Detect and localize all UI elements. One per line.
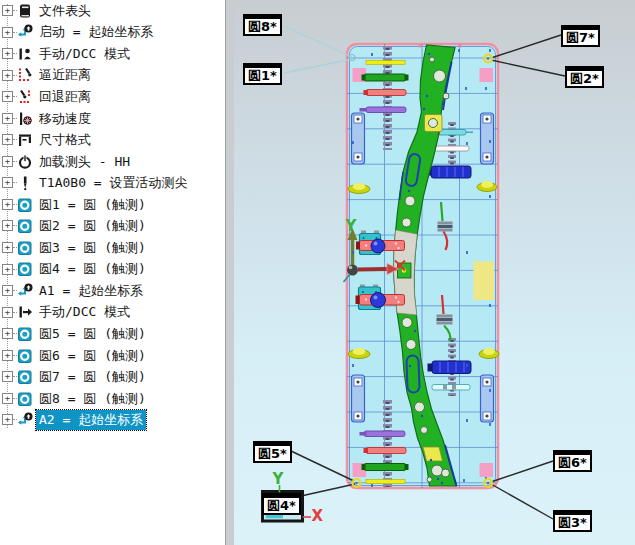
tree-item-label: 圆7 = 圆 (触测) bbox=[36, 367, 149, 387]
tree-item-11[interactable]: +圆2 = 圆 (触测) bbox=[0, 215, 225, 237]
tree-item-label: 手动/DCC 模式 bbox=[36, 302, 133, 322]
tree-connector bbox=[13, 333, 17, 334]
tree-item-6[interactable]: +移动速度 bbox=[0, 108, 225, 130]
feature-label-8[interactable]: 圆3* bbox=[553, 510, 592, 532]
expand-toggle-icon[interactable]: + bbox=[2, 113, 13, 124]
tree-item-label: 圆5 = 圆 (触测) bbox=[36, 324, 149, 344]
expand-toggle-icon[interactable]: + bbox=[2, 70, 13, 81]
expand-toggle-icon[interactable]: + bbox=[2, 199, 13, 210]
program-tree: +文件表头+启动 = 起始坐标系+手动/DCC 模式+逼近距离+回退距离+移动速… bbox=[0, 0, 225, 431]
tree-connector bbox=[13, 312, 17, 313]
tree-item-label: 圆6 = 圆 (触测) bbox=[36, 346, 149, 366]
probe-load-icon bbox=[17, 154, 33, 170]
expand-toggle-icon[interactable]: + bbox=[2, 27, 13, 38]
manual-mode-2-icon bbox=[17, 304, 33, 320]
expand-toggle-icon[interactable]: + bbox=[2, 285, 13, 296]
tree-connector bbox=[13, 161, 17, 162]
tree-item-10[interactable]: +圆1 = 圆 (触测) bbox=[0, 194, 225, 216]
tree-item-12[interactable]: +圆3 = 圆 (触测) bbox=[0, 237, 225, 259]
tree-item-label: 圆4 = 圆 (触测) bbox=[36, 259, 149, 279]
tree-item-label: T1A0B0 = 设置活动测尖 bbox=[36, 173, 190, 193]
manual-mode-icon bbox=[17, 46, 33, 62]
panel-splitter[interactable] bbox=[225, 0, 234, 545]
tree-item-15[interactable]: +手动/DCC 模式 bbox=[0, 302, 225, 324]
tree-item-label: 启动 = 起始坐标系 bbox=[36, 22, 156, 42]
tree-item-label: 圆2 = 圆 (触测) bbox=[36, 216, 149, 236]
tree-connector bbox=[13, 398, 17, 399]
expand-toggle-icon[interactable]: + bbox=[2, 134, 13, 145]
alignment-icon bbox=[17, 412, 33, 428]
yellow-zone bbox=[474, 262, 495, 301]
circle-feature-icon bbox=[17, 197, 33, 213]
expand-toggle-icon[interactable]: + bbox=[2, 220, 13, 231]
tree-item-17[interactable]: +圆6 = 圆 (触测) bbox=[0, 345, 225, 367]
alignment-icon bbox=[17, 283, 33, 299]
approach-distance-icon bbox=[17, 67, 33, 83]
tree-item-label: 圆8 = 圆 (触测) bbox=[36, 389, 149, 409]
expand-toggle-icon[interactable]: + bbox=[2, 156, 13, 167]
feature-label-7[interactable]: 圆6* bbox=[553, 450, 592, 472]
circle-feature-icon bbox=[17, 369, 33, 385]
tree-item-2[interactable]: +启动 = 起始坐标系 bbox=[0, 22, 225, 44]
expand-toggle-icon[interactable]: + bbox=[2, 350, 13, 361]
tree-connector bbox=[13, 419, 17, 420]
tree-connector bbox=[13, 269, 17, 270]
tree-item-18[interactable]: +圆7 = 圆 (触测) bbox=[0, 366, 225, 388]
tree-item-5[interactable]: +回退距离 bbox=[0, 86, 225, 108]
circle-feature-icon bbox=[17, 391, 33, 407]
tree-connector bbox=[13, 75, 17, 76]
circle-feature-icon bbox=[17, 261, 33, 277]
feature-label-1[interactable]: 圆8* bbox=[243, 14, 282, 36]
expand-toggle-icon[interactable]: + bbox=[2, 328, 13, 339]
move-speed-icon bbox=[17, 111, 33, 127]
circle-feature-icon bbox=[17, 326, 33, 342]
tree-connector bbox=[13, 376, 17, 377]
feature-label-4[interactable]: 圆2* bbox=[565, 66, 604, 88]
tree-item-20[interactable]: +A2 = 起始坐标系 bbox=[0, 409, 225, 431]
tree-item-label: 文件表头 bbox=[36, 1, 94, 21]
tree-connector bbox=[13, 225, 17, 226]
expand-toggle-icon[interactable]: + bbox=[2, 48, 13, 59]
tree-item-label: 加载测头 - HH bbox=[36, 152, 133, 172]
tree-connector bbox=[13, 355, 17, 356]
tree-item-label: A1 = 起始坐标系 bbox=[36, 281, 146, 301]
expand-toggle-icon[interactable]: + bbox=[2, 91, 13, 102]
tree-item-label: 移动速度 bbox=[36, 109, 94, 129]
tree-connector bbox=[13, 118, 17, 119]
circle-feature-icon bbox=[17, 218, 33, 234]
tree-item-7[interactable]: +尺寸格式 bbox=[0, 129, 225, 151]
tree-item-13[interactable]: +圆4 = 圆 (触测) bbox=[0, 259, 225, 281]
expand-toggle-icon[interactable]: + bbox=[2, 414, 13, 425]
tree-item-9[interactable]: +T1A0B0 = 设置活动测尖 bbox=[0, 172, 225, 194]
feature-label-2[interactable]: 圆1* bbox=[243, 63, 282, 85]
tree-connector bbox=[13, 204, 17, 205]
tree-item-label: 圆1 = 圆 (触测) bbox=[36, 195, 149, 215]
dim-format-icon bbox=[17, 132, 33, 148]
expand-toggle-icon[interactable]: + bbox=[2, 242, 13, 253]
tree-item-16[interactable]: +圆5 = 圆 (触测) bbox=[0, 323, 225, 345]
tree-item-8[interactable]: +加载测头 - HH bbox=[0, 151, 225, 173]
tree-item-19[interactable]: +圆8 = 圆 (触测) bbox=[0, 388, 225, 410]
tree-connector bbox=[13, 139, 17, 140]
feature-label-5[interactable]: 圆5* bbox=[253, 441, 292, 463]
cad-viewport[interactable]: Y bbox=[233, 0, 635, 545]
tree-item-3[interactable]: +手动/DCC 模式 bbox=[0, 43, 225, 65]
expand-toggle-icon[interactable]: + bbox=[2, 393, 13, 404]
expand-toggle-icon[interactable]: + bbox=[2, 371, 13, 382]
tree-connector bbox=[13, 32, 17, 33]
mini-axis-x-label: X bbox=[312, 507, 324, 525]
tree-connector bbox=[13, 182, 17, 183]
tree-item-4[interactable]: +逼近距离 bbox=[0, 65, 225, 87]
expand-toggle-icon[interactable]: + bbox=[2, 5, 13, 16]
probe-tip-icon bbox=[17, 175, 33, 191]
expand-toggle-icon[interactable]: + bbox=[2, 307, 13, 318]
file-header-icon bbox=[17, 3, 33, 19]
mini-axis-y-label: Y bbox=[272, 470, 285, 488]
expand-toggle-icon[interactable]: + bbox=[2, 177, 13, 188]
program-tree-panel: +文件表头+启动 = 起始坐标系+手动/DCC 模式+逼近距离+回退距离+移动速… bbox=[0, 0, 225, 545]
tree-item-14[interactable]: +A1 = 起始坐标系 bbox=[0, 280, 225, 302]
tree-item-1[interactable]: +文件表头 bbox=[0, 0, 225, 22]
feature-label-6[interactable]: 圆4* bbox=[262, 493, 301, 515]
expand-toggle-icon[interactable]: + bbox=[2, 264, 13, 275]
feature-label-3[interactable]: 圆7* bbox=[561, 25, 600, 47]
